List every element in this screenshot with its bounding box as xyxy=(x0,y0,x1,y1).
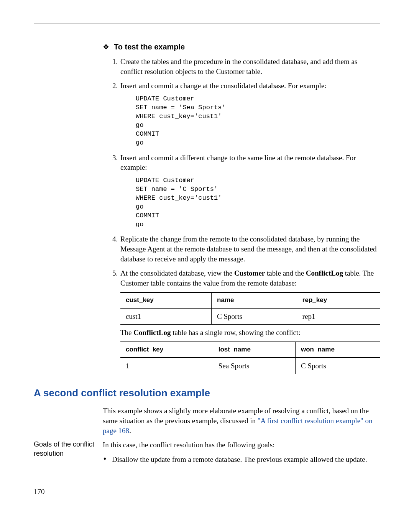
code-block-2: UPDATE Customer SET name = 'C Sports' WH… xyxy=(136,176,380,229)
section2-intro: This example shows a slightly more elabo… xyxy=(103,406,380,435)
step-5-pre: At the consolidated database, view the xyxy=(120,269,234,277)
table-note-pre: The xyxy=(120,328,133,337)
step-5-mid: table and the xyxy=(265,269,306,277)
step-5: At the consolidated database, view the C… xyxy=(120,268,380,374)
step-2: Insert and commit a change at the consol… xyxy=(120,81,380,147)
step-3-text: Insert and commit a different change to … xyxy=(120,154,356,172)
table-note-bold: ConflictLog xyxy=(133,328,171,337)
customer-td-1: cust1 xyxy=(120,308,212,325)
section-heading-2: A second conflict resolution example xyxy=(34,387,380,399)
table-row: 1 Sea Sports C Sports xyxy=(120,358,380,374)
top-rule xyxy=(34,23,380,23)
step-3: Insert and commit a different change to … xyxy=(120,153,380,229)
customer-th-2: name xyxy=(212,292,297,308)
step-2-text: Insert and commit a change at the consol… xyxy=(120,82,327,90)
margin-note-goals: Goals of the conflict resolution xyxy=(34,440,103,458)
goals-intro: In this case, the conflict resolution ha… xyxy=(103,440,380,450)
table-header-row: conflict_key lost_name won_name xyxy=(120,342,380,358)
conflict-th-3: won_name xyxy=(296,342,380,358)
customer-td-3: rep1 xyxy=(297,308,380,325)
step-1-text: Create the tables and the procedure in t… xyxy=(120,57,357,76)
customer-td-2: C Sports xyxy=(212,308,297,325)
step-5-bold-1: Customer xyxy=(234,269,265,277)
customer-table: cust_key name rep_key cust1 C Sports rep… xyxy=(120,292,380,325)
section-heading-1: To test the example xyxy=(114,43,185,51)
table-row: cust1 C Sports rep1 xyxy=(120,308,380,325)
section2-intro-post: . xyxy=(129,427,131,435)
table-header-row: cust_key name rep_key xyxy=(120,292,380,308)
page-number: 170 xyxy=(34,488,380,496)
goals-list: Disallow the update from a remote databa… xyxy=(103,455,380,465)
goal-item-1: Disallow the update from a remote databa… xyxy=(103,455,380,465)
table-note: The ConflictLog table has a single row, … xyxy=(120,328,380,338)
conflict-th-2: lost_name xyxy=(213,342,295,358)
goal-1-text: Disallow the update from a remote databa… xyxy=(112,455,367,463)
step-1: Create the tables and the procedure in t… xyxy=(120,57,380,76)
conflictlog-table: conflict_key lost_name won_name 1 Sea Sp… xyxy=(120,342,380,374)
conflict-td-2: Sea Sports xyxy=(213,358,295,374)
code-block-1: UPDATE Customer SET name = 'Sea Sports' … xyxy=(136,95,380,148)
conflict-th-1: conflict_key xyxy=(120,342,213,358)
step-4: Replicate the change from the remote to … xyxy=(120,234,380,264)
conflict-td-1: 1 xyxy=(120,358,213,374)
step-4-text: Replicate the change from the remote to … xyxy=(120,235,376,263)
steps-list: Create the tables and the procedure in t… xyxy=(103,57,380,374)
section-heading-row: ❖ To test the example xyxy=(103,43,380,51)
table-note-post: table has a single row, showing the conf… xyxy=(171,328,300,337)
customer-th-1: cust_key xyxy=(120,292,212,308)
customer-th-3: rep_key xyxy=(297,292,380,308)
step-5-bold-2: ConflictLog xyxy=(306,269,343,277)
diamond-icon: ❖ xyxy=(103,43,109,51)
conflict-td-3: C Sports xyxy=(296,358,380,374)
